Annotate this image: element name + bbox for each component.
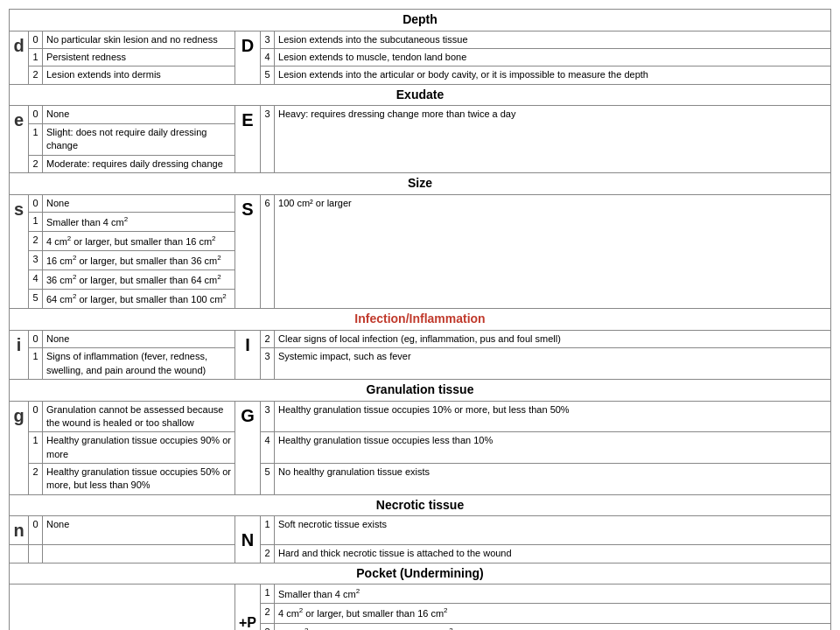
depth-num-4: 4 <box>261 48 275 66</box>
granulation-num-5: 5 <box>261 464 275 495</box>
size-num-2: 2 <box>29 231 43 250</box>
granulation-num-3: 3 <box>261 401 275 432</box>
granulation-text-3: Healthy granulation tissue occupies 10% … <box>275 401 831 432</box>
size-small-letter: s <box>10 194 29 309</box>
pocket-num-1: 1 <box>261 584 275 604</box>
infection-text-0: None <box>43 330 235 347</box>
pocket-text-2: 4 cm2 or larger, but smaller than 16 cm2 <box>275 604 831 623</box>
depth-num-5: 5 <box>261 66 275 84</box>
depth-text-3: Lesion extends into the subcutaneous tis… <box>275 31 831 48</box>
granulation-num-1: 1 <box>29 432 43 464</box>
depth-text-2: Lesion extends into dermis <box>43 66 235 84</box>
exudate-big-letter: E <box>235 106 261 173</box>
size-text-4: 36 cm2 or larger, but smaller than 64 cm… <box>43 270 235 290</box>
infection-small-letter: i <box>10 330 29 379</box>
size-num-5: 5 <box>29 290 43 309</box>
necrotic-small-letter: n <box>10 516 29 545</box>
exudate-small-letter: e <box>10 106 29 173</box>
size-text-2: 4 cm2 or larger, but smaller than 16 cm2 <box>43 231 235 250</box>
exudate-num-2: 2 <box>29 155 43 172</box>
necrotic-num-2: 2 <box>261 545 275 563</box>
depth-small-letter: d <box>10 31 29 84</box>
granulation-small-letter: g <box>10 401 29 494</box>
necrotic-header: Necrotic tissue <box>10 494 831 516</box>
granulation-big-letter: G <box>235 401 261 494</box>
exudate-text-1: Slight: does not require daily dressing … <box>43 123 235 155</box>
pocket-big-letter: +P <box>235 584 261 630</box>
exudate-num-0: 0 <box>29 106 43 123</box>
pocket-num-3: 3 <box>261 623 275 630</box>
exudate-text-2: Moderate: requires daily dressing change <box>43 155 235 172</box>
granulation-text-2: Healthy granulation tissue occupies 50% … <box>43 464 235 495</box>
exudate-header: Exudate <box>10 84 831 106</box>
granulation-num-4: 4 <box>261 432 275 464</box>
granulation-text-0: Granulation cannot be assessed because t… <box>43 401 235 432</box>
pocket-num-2: 2 <box>261 604 275 623</box>
pocket-text-1: Smaller than 4 cm2 <box>275 584 831 604</box>
infection-num-3: 3 <box>261 348 275 380</box>
size-text-3: 16 cm2 or larger, but smaller than 36 cm… <box>43 251 235 270</box>
necrotic-num-1: 1 <box>261 516 275 545</box>
necrotic-text-0: None <box>43 516 235 545</box>
infection-num-2: 2 <box>261 330 275 347</box>
size-text-0: None <box>43 194 235 212</box>
size-big-letter: S <box>235 194 261 309</box>
exudate-text-0: None <box>43 106 235 123</box>
depth-num-0: 0 <box>29 31 43 48</box>
size-text-1: Smaller than 4 cm2 <box>43 212 235 231</box>
granulation-header: Granulation tissue <box>10 379 831 401</box>
necrotic-num-0: 0 <box>29 516 43 545</box>
necrotic-text-2: Hard and thick necrotic tissue is attach… <box>275 545 831 563</box>
depth-big-letter: D <box>235 31 261 84</box>
granulation-num-0: 0 <box>29 401 43 432</box>
pocket-text-3: 16 cm2 or larger, but smaller than 36 cm… <box>275 623 831 630</box>
depth-num-1: 1 <box>29 48 43 66</box>
size-text-5: 64 cm2 or larger, but smaller than 100 c… <box>43 290 235 309</box>
depth-text-5: Lesion extends into the articular or bod… <box>275 66 831 84</box>
infection-num-0: 0 <box>29 330 43 347</box>
exudate-text-3: Heavy: requires dressing change more tha… <box>275 106 831 173</box>
pocket-header: Pocket (Undermining) <box>10 563 831 584</box>
infection-text-3: Systemic impact, such as fever <box>275 348 831 380</box>
granulation-text-4: Healthy granulation tissue occupies less… <box>275 432 831 464</box>
depth-text-4: Lesion extends to muscle, tendon land bo… <box>275 48 831 66</box>
infection-num-1: 1 <box>29 348 43 380</box>
granulation-text-1: Healthy granulation tissue occupies 90% … <box>43 432 235 464</box>
size-num-0: 0 <box>29 194 43 212</box>
granulation-num-2: 2 <box>29 464 43 495</box>
size-num-1: 1 <box>29 212 43 231</box>
infection-header: Infection/Inflammation <box>10 309 831 331</box>
depth-text-0: No particular skin lesion and no redness <box>43 31 235 48</box>
design-table: Depth d 0 No particular skin lesion and … <box>9 9 831 630</box>
granulation-text-5: No healthy granulation tissue exists <box>275 464 831 495</box>
size-text-6: 100 cm² or larger <box>275 194 831 309</box>
depth-num-2: 2 <box>29 66 43 84</box>
infection-text-1: Signs of inflammation (fever, redness, s… <box>43 348 235 380</box>
exudate-num-1: 1 <box>29 123 43 155</box>
depth-num-3: 3 <box>261 31 275 48</box>
necrotic-text-1: Soft necrotic tissue exists <box>275 516 831 545</box>
exudate-num-3: 3 <box>261 106 275 173</box>
depth-text-1: Persistent redness <box>43 48 235 66</box>
necrotic-big-letter: N <box>235 516 261 563</box>
depth-header: Depth <box>10 10 831 32</box>
infection-text-2: Clear signs of local infection (eg, infl… <box>275 330 831 347</box>
size-num-3: 3 <box>29 251 43 270</box>
infection-big-letter: I <box>235 330 261 379</box>
size-num-4: 4 <box>29 270 43 290</box>
size-num-6: 6 <box>261 194 275 309</box>
size-header: Size <box>10 172 831 194</box>
